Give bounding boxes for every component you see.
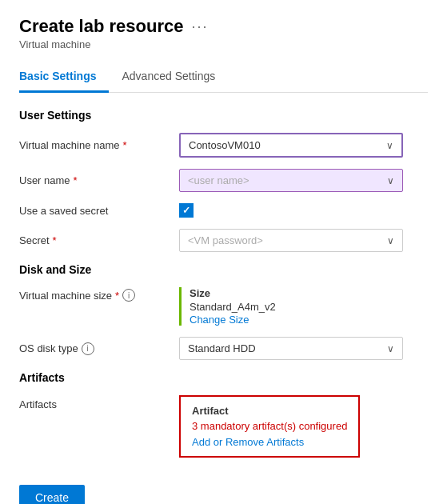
form-row-os-disk: OS disk type i Standard HDD ∨ xyxy=(19,337,428,360)
size-value: Standard_A4m_v2 xyxy=(190,301,276,313)
change-size-link[interactable]: Change Size xyxy=(190,314,249,326)
form-row-artifacts: Artifacts Artifact 3 mandatory artifact(… xyxy=(19,395,428,458)
dropdown-secret[interactable]: <VM password> ∨ xyxy=(179,229,403,252)
page-subtitle: Virtual machine xyxy=(19,38,428,50)
chevron-icon-vm-name: ∨ xyxy=(386,140,393,151)
size-panel: Size Standard_A4m_v2 Change Size xyxy=(179,287,276,326)
label-vm-size: Virtual machine size * i xyxy=(19,287,179,302)
artifact-title: Artifact xyxy=(192,405,347,417)
dropdown-vm-name[interactable]: ContosoVM010 ∨ xyxy=(179,133,403,158)
control-user-name: <user name> ∨ xyxy=(179,169,428,192)
tab-advanced[interactable]: Advanced Settings xyxy=(122,63,228,93)
dropdown-user-name[interactable]: <user name> ∨ xyxy=(179,169,403,192)
artifacts-box: Artifact 3 mandatory artifact(s) configu… xyxy=(179,395,360,458)
chevron-icon-user-name: ∨ xyxy=(387,175,394,186)
control-secret: <VM password> ∨ xyxy=(179,229,428,252)
section-artifacts: Artifacts xyxy=(19,371,428,384)
check-icon: ✓ xyxy=(182,205,190,216)
control-saved-secret: ✓ xyxy=(179,203,428,218)
control-vm-size: Size Standard_A4m_v2 Change Size xyxy=(179,287,428,326)
form-row-vm-size: Virtual machine size * i Size Standard_A… xyxy=(19,287,428,326)
chevron-icon-os-disk: ∨ xyxy=(387,343,394,354)
form-row-user-name: User name * <user name> ∨ xyxy=(19,169,428,192)
required-star-secret: * xyxy=(53,234,57,246)
size-label: Size xyxy=(190,287,276,299)
tab-basic[interactable]: Basic Settings xyxy=(19,63,109,93)
page-title: Create lab resource xyxy=(19,16,183,37)
info-icon-vm-size[interactable]: i xyxy=(122,289,135,302)
title-dots[interactable]: ··· xyxy=(191,18,208,35)
add-remove-artifacts-link[interactable]: Add or Remove Artifacts xyxy=(192,436,304,448)
dropdown-secret-placeholder: <VM password> xyxy=(188,234,387,246)
create-button[interactable]: Create xyxy=(19,485,85,504)
dropdown-user-name-placeholder: <user name> xyxy=(188,174,387,186)
label-secret: Secret * xyxy=(19,234,179,246)
label-saved-secret: Use a saved secret xyxy=(19,205,179,217)
section-user-settings: User Settings xyxy=(19,109,428,122)
control-vm-name: ContosoVM010 ∨ xyxy=(179,133,428,158)
label-user-name: User name * xyxy=(19,174,179,186)
control-os-disk: Standard HDD ∨ xyxy=(179,337,428,360)
required-star-vm-name: * xyxy=(123,139,127,151)
dropdown-os-disk[interactable]: Standard HDD ∨ xyxy=(179,337,403,360)
section-disk-size: Disk and Size xyxy=(19,263,428,276)
artifact-mandatory-text: 3 mandatory artifact(s) configured xyxy=(192,420,347,432)
form-row-saved-secret: Use a saved secret ✓ xyxy=(19,203,428,218)
required-star-vm-size: * xyxy=(115,290,119,302)
checkbox-container-saved-secret: ✓ xyxy=(179,203,194,218)
control-artifacts: Artifact 3 mandatory artifact(s) configu… xyxy=(179,395,428,458)
form-row-vm-name: Virtual machine name * ContosoVM010 ∨ xyxy=(19,133,428,158)
checkbox-saved-secret[interactable]: ✓ xyxy=(179,203,194,218)
label-vm-name: Virtual machine name * xyxy=(19,139,179,151)
tab-bar: Basic Settings Advanced Settings xyxy=(19,63,428,93)
form-row-secret: Secret * <VM password> ∨ xyxy=(19,229,428,252)
dropdown-os-disk-value: Standard HDD xyxy=(188,342,387,354)
label-artifacts: Artifacts xyxy=(19,395,179,410)
required-star-user-name: * xyxy=(74,174,78,186)
chevron-icon-secret: ∨ xyxy=(387,235,394,246)
info-icon-os-disk[interactable]: i xyxy=(82,342,94,355)
dropdown-vm-name-value: ContosoVM010 xyxy=(189,139,386,151)
label-os-disk: OS disk type i xyxy=(19,342,179,355)
